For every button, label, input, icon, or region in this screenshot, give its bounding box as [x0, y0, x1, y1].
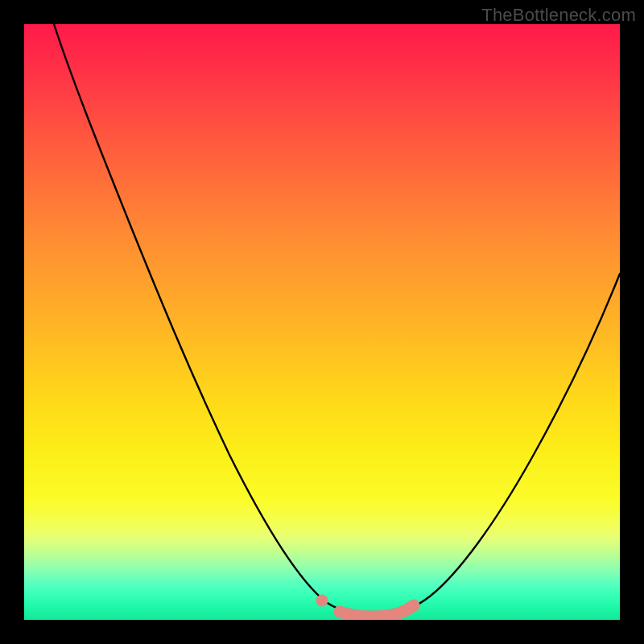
bottleneck-curve-path [54, 24, 620, 616]
plot-area [24, 24, 620, 620]
curve-layer [24, 24, 620, 620]
watermark-text: TheBottleneck.com [481, 5, 636, 26]
valley-left-dot-icon [316, 595, 328, 607]
valley-marker-band [340, 605, 414, 617]
chart-frame: TheBottleneck.com [0, 0, 644, 644]
